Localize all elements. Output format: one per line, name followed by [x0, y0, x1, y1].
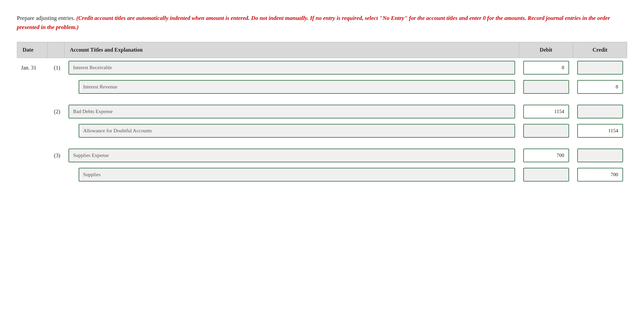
- num-header: [48, 42, 64, 58]
- table-row: Jan. 31(1): [17, 58, 627, 78]
- instruction-italic: (Credit account titles are automatically…: [17, 15, 610, 30]
- debit-header: Debit: [519, 42, 573, 58]
- credit-input[interactable]: [577, 168, 623, 182]
- account-input[interactable]: [68, 105, 515, 118]
- credit-input[interactable]: [577, 80, 623, 94]
- entry-date: [17, 77, 48, 97]
- debit-input[interactable]: [523, 105, 569, 118]
- account-cell: [64, 121, 519, 140]
- debit-cell: [519, 165, 573, 184]
- entry-date: [17, 146, 48, 165]
- table-header-row: Date Account Titles and Explanation Debi…: [17, 42, 627, 58]
- credit-cell: [573, 102, 627, 121]
- credit-input[interactable]: [577, 105, 623, 118]
- credit-cell: [573, 58, 627, 78]
- account-header: Account Titles and Explanation: [64, 42, 519, 58]
- account-cell: [64, 58, 519, 78]
- instructions-block: Prepare adjusting entries. (Credit accou…: [17, 14, 627, 32]
- table-row: [17, 165, 627, 184]
- account-input[interactable]: [68, 149, 515, 162]
- entry-number: (3): [48, 146, 64, 165]
- credit-cell: [573, 121, 627, 140]
- debit-input[interactable]: [523, 149, 569, 162]
- debit-cell: [519, 77, 573, 97]
- entry-date: [17, 165, 48, 184]
- entry-number: [48, 165, 64, 184]
- account-input[interactable]: [79, 168, 515, 182]
- debit-input[interactable]: [523, 80, 569, 94]
- account-cell: [64, 77, 519, 97]
- account-input[interactable]: [68, 61, 515, 75]
- credit-input[interactable]: [577, 149, 623, 162]
- table-row: (3): [17, 146, 627, 165]
- debit-input[interactable]: [523, 61, 569, 75]
- table-row: [17, 77, 627, 97]
- account-cell: [64, 165, 519, 184]
- debit-cell: [519, 121, 573, 140]
- debit-cell: [519, 146, 573, 165]
- journal-table: Date Account Titles and Explanation Debi…: [17, 42, 627, 184]
- date-header: Date: [17, 42, 48, 58]
- credit-cell: [573, 77, 627, 97]
- credit-input[interactable]: [577, 124, 623, 138]
- entry-date: Jan. 31: [17, 58, 48, 78]
- instruction-normal: Prepare adjusting entries.: [17, 15, 75, 21]
- row-spacer: [17, 140, 627, 146]
- debit-cell: [519, 58, 573, 78]
- debit-input[interactable]: [523, 168, 569, 182]
- entry-number: [48, 121, 64, 140]
- row-spacer: [17, 97, 627, 102]
- entry-number: (2): [48, 102, 64, 121]
- credit-cell: [573, 165, 627, 184]
- entry-date: [17, 102, 48, 121]
- table-row: [17, 121, 627, 140]
- entry-number: [48, 77, 64, 97]
- debit-input[interactable]: [523, 124, 569, 138]
- account-cell: [64, 102, 519, 121]
- entry-number: (1): [48, 58, 64, 78]
- credit-header: Credit: [573, 42, 627, 58]
- account-cell: [64, 146, 519, 165]
- table-row: (2): [17, 102, 627, 121]
- credit-input[interactable]: [577, 61, 623, 75]
- account-input[interactable]: [79, 80, 515, 94]
- entry-date: [17, 121, 48, 140]
- account-input[interactable]: [79, 124, 515, 138]
- debit-cell: [519, 102, 573, 121]
- credit-cell: [573, 146, 627, 165]
